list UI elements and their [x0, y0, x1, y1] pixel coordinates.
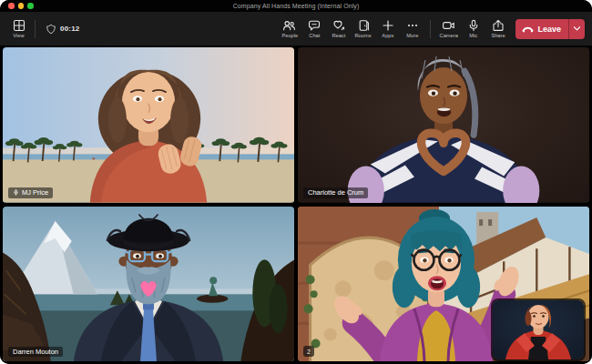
leave-options-button[interactable]: [569, 19, 585, 39]
mic-button[interactable]: Mic: [462, 19, 485, 38]
apps-label: Apps: [382, 33, 393, 38]
beach-avatar-scene: [3, 47, 294, 203]
self-view-pip[interactable]: [493, 300, 584, 359]
mic-icon: [467, 19, 480, 32]
name-chip: Darren Mouton: [8, 347, 63, 358]
self-view-avatar-scene: [493, 300, 584, 359]
share-button[interactable]: Share: [486, 19, 509, 38]
chevron-down-icon: [573, 25, 581, 32]
plus-icon: [382, 19, 394, 32]
rooms-button[interactable]: Rooms: [352, 19, 374, 38]
chat-label: Chat: [309, 33, 320, 38]
chat-button[interactable]: Chat: [302, 19, 325, 38]
apps-button[interactable]: Apps: [376, 19, 399, 38]
participant-name: Darren Mouton: [13, 349, 58, 356]
participant-count-badge: 2: [303, 346, 314, 357]
video-tile-charlotte-de-crum[interactable]: Charlotte de Crum: [298, 47, 589, 203]
shield-icon: [46, 24, 56, 35]
camera-label: Camera: [440, 33, 458, 38]
meeting-toolbar: View 00:12 People: [0, 12, 592, 46]
name-chip: MJ Price: [8, 187, 53, 198]
more-button[interactable]: More: [401, 19, 424, 38]
name-chip: Charlotte de Crum: [303, 187, 368, 198]
video-tile-darren-mouton[interactable]: Darren Mouton: [3, 207, 294, 362]
toolbar-divider: [430, 20, 431, 38]
participant-name: MJ Price: [22, 189, 48, 197]
share-label: Share: [491, 33, 505, 38]
ellipsis-icon: [406, 19, 419, 32]
hangup-icon: [522, 25, 534, 34]
badge-count: 2: [307, 349, 311, 355]
chat-icon: [308, 19, 321, 32]
react-label: React: [332, 33, 346, 38]
dark-room-avatar-scene: [298, 47, 589, 203]
toolbar-actions: People Chat React: [278, 19, 585, 39]
view-button[interactable]: View: [7, 19, 30, 38]
mic-label: Mic: [470, 33, 478, 38]
teams-meeting-window: Company All Hands Meeting (Internal Only…: [0, 0, 592, 364]
react-icon: [332, 19, 345, 32]
people-label: People: [281, 33, 298, 38]
people-icon: [282, 19, 296, 32]
share-icon: [492, 19, 505, 32]
camera-icon: [442, 19, 455, 32]
toolbar-divider: [35, 20, 36, 38]
grid-view-icon: [13, 19, 26, 32]
participant-name: Charlotte de Crum: [308, 189, 363, 197]
video-grid: MJ Price: [0, 46, 592, 364]
react-button[interactable]: React: [327, 19, 350, 38]
leave-label: Leave: [537, 25, 561, 34]
view-label: View: [13, 33, 24, 38]
meeting-title: Company All Hands Meeting (Internal Only…: [0, 0, 592, 12]
video-tile-mj-price[interactable]: MJ Price: [3, 47, 294, 203]
mountain-avatar-scene: [3, 207, 294, 362]
meeting-timer: 00:12: [46, 24, 79, 35]
timer-value: 00:12: [60, 25, 79, 33]
people-button[interactable]: People: [278, 19, 301, 38]
leave-button[interactable]: Leave: [515, 19, 585, 39]
title-bar: Company All Hands Meeting (Internal Only…: [0, 0, 592, 12]
rooms-icon: [357, 19, 370, 32]
rooms-label: Rooms: [355, 33, 372, 38]
video-tile-presenter[interactable]: 2: [298, 207, 589, 362]
camera-button[interactable]: Camera: [437, 19, 460, 38]
mic-icon: [13, 189, 19, 196]
more-label: More: [406, 33, 418, 38]
